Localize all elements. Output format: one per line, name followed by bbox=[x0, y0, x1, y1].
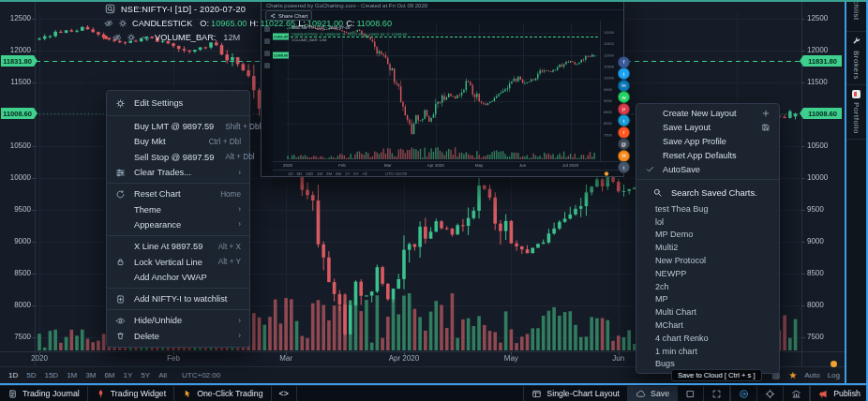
favorite-star-icon[interactable]: ★ bbox=[788, 371, 797, 380]
taskbar-trading-widget[interactable]: Trading Widget bbox=[88, 386, 174, 401]
menu-item-reset-chart[interactable]: Reset ChartHome bbox=[107, 186, 249, 201]
saved-chart-multi2[interactable]: Multi2 bbox=[636, 241, 779, 254]
popup-tool-icon[interactable] bbox=[264, 63, 270, 68]
timezone-button[interactable]: UTC+02:00 bbox=[182, 371, 220, 379]
volume-wave-icon bbox=[141, 33, 150, 42]
layout-item-create-new-layout[interactable]: Create New Layout bbox=[636, 107, 779, 121]
menu-item-lock-vertical-line[interactable]: Lock Vertical LineAlt + Y bbox=[107, 254, 249, 269]
menu-item-shortcut: Alt + Dbl bbox=[225, 153, 254, 161]
search-saved-charts-input[interactable]: Search Saved Charts. bbox=[636, 183, 779, 202]
menu-separator bbox=[107, 183, 249, 184]
menu-item-delete[interactable]: Delete› bbox=[107, 329, 249, 344]
doc-icon bbox=[7, 389, 18, 399]
taskbar-expand-button[interactable] bbox=[703, 386, 729, 401]
saved-chart-4-chart-renko[interactable]: 4 chart Renko bbox=[636, 332, 779, 345]
hide-volume-icon[interactable] bbox=[112, 33, 122, 42]
taskbar-square-button[interactable] bbox=[677, 386, 703, 401]
share-email-icon[interactable]: @ bbox=[618, 138, 630, 150]
range-3m[interactable]: 3M bbox=[85, 371, 96, 379]
menu-item-edit-settings[interactable]: Edit Settings bbox=[107, 94, 249, 112]
menu-item-shortcut: Alt + X bbox=[218, 243, 241, 251]
menu-item-add-anchor-vwap[interactable]: Add Anchor VWAP bbox=[107, 270, 249, 285]
share-facebook-icon[interactable]: f bbox=[618, 56, 630, 68]
saved-chart-mp[interactable]: MP bbox=[636, 293, 779, 306]
layout-item-reset-app-defaults[interactable]: Reset App Defaults bbox=[636, 148, 779, 162]
taskbar-target-button[interactable] bbox=[756, 386, 783, 401]
share-pinterest-icon[interactable]: p bbox=[618, 103, 630, 115]
taskbar-label: Save bbox=[651, 389, 669, 398]
range-all[interactable]: All bbox=[158, 371, 167, 379]
taskbar-save[interactable]: Save bbox=[627, 386, 677, 401]
range-1m[interactable]: 1M bbox=[67, 371, 77, 379]
saved-chart-label: MP Demo bbox=[655, 230, 771, 239]
taskbar-label: <> bbox=[279, 389, 289, 398]
range-5d[interactable]: 5D bbox=[26, 371, 36, 379]
share-tumblr-icon[interactable]: t bbox=[618, 161, 630, 173]
saved-chart-1-min-chart[interactable]: 1 min chart bbox=[636, 345, 779, 358]
saved-chart-new-protocol[interactable]: New Protocol bbox=[636, 254, 779, 267]
taskbar-label: Trading Widget bbox=[111, 389, 166, 398]
layout-item-label: Save App Profile bbox=[663, 137, 771, 146]
range-15d[interactable]: 15D bbox=[44, 371, 58, 379]
taskbar-right: Single-Chart LayoutSavePublish bbox=[523, 386, 868, 401]
menu-item-clear-trades[interactable]: Clear Trades...› bbox=[107, 165, 249, 180]
layout-item-save-layout[interactable]: Save Layout bbox=[636, 121, 779, 135]
tune-icon bbox=[115, 168, 126, 178]
menu-item-label: Buy LMT @ 9897.59 bbox=[134, 122, 214, 131]
taskbar-camera-button[interactable] bbox=[730, 386, 756, 401]
sidebar-tab-portfolio[interactable]: Portfolio bbox=[846, 85, 866, 140]
taskbar-[interactable]: <> bbox=[272, 386, 297, 401]
saved-chart-mchart[interactable]: MChart bbox=[636, 319, 779, 332]
menu-item-appearance[interactable]: Appearance› bbox=[107, 217, 249, 232]
menu-item-label: Hide/Unhide bbox=[134, 316, 227, 325]
menu-item-sell-stop-9897-59[interactable]: Sell Stop @ 9897.59Alt + Dbl bbox=[107, 150, 249, 165]
taskbar-publish[interactable]: Publish bbox=[810, 386, 868, 401]
range-1d[interactable]: 1D bbox=[8, 371, 18, 379]
study-settings-icon[interactable] bbox=[118, 19, 127, 28]
share-whatsapp-icon[interactable]: w bbox=[618, 91, 630, 103]
saved-chart-2ch[interactable]: 2ch bbox=[636, 280, 779, 293]
taskbar-single-chart-layout[interactable]: Single-Chart Layout bbox=[523, 386, 627, 401]
taskbar-bank-button[interactable] bbox=[783, 386, 809, 401]
range-1y[interactable]: 1Y bbox=[124, 371, 133, 379]
range-6m[interactable]: 6M bbox=[104, 371, 114, 379]
auto-scale-toggle[interactable]: Auto bbox=[804, 371, 819, 379]
sidebar-tab-brokers[interactable]: Brokers bbox=[846, 32, 866, 85]
range-5y[interactable]: 5Y bbox=[141, 371, 150, 379]
menu-item-label: Buy Mkt bbox=[134, 137, 198, 146]
taskbar-one-click-trading[interactable]: One-Click Trading bbox=[174, 386, 271, 401]
ohlc-values: O:10965.00H:11022.65L:10921.00C:11008.60 bbox=[197, 19, 392, 28]
saved-chart-test-thea-bug[interactable]: test Thea Bug bbox=[636, 202, 779, 215]
layout-item-label: AutoSave bbox=[663, 165, 771, 174]
menu-item-buy-lmt-9897-59[interactable]: Buy LMT @ 9897.59Shift + Dbl bbox=[107, 119, 249, 134]
layout-item-autosave[interactable]: AutoSave bbox=[636, 162, 779, 176]
share-hackernews-icon[interactable]: H bbox=[618, 150, 630, 162]
saved-chart-multi-chart[interactable]: Multi Chart bbox=[636, 305, 779, 319]
share-telegram-icon[interactable]: t bbox=[618, 114, 630, 126]
saved-chart-lol[interactable]: lol bbox=[636, 215, 779, 229]
menu-item-x-line-at-9897-59[interactable]: X Line At 9897.59Alt + X bbox=[107, 239, 249, 254]
layout-item-save-app-profile[interactable]: Save App Profile bbox=[636, 135, 779, 149]
symbol-search-icon[interactable] bbox=[104, 3, 116, 15]
saved-chart-label: Multi Chart bbox=[655, 307, 771, 317]
layout-item-label: Save Layout bbox=[663, 123, 761, 132]
taskbar-label: Single-Chart Layout bbox=[546, 389, 620, 398]
menu-item-add-nifty-i-to-watchlist[interactable]: Add NIFTY-I to watchlist bbox=[107, 291, 249, 306]
popup-tool-icon[interactable] bbox=[264, 51, 270, 56]
plus-icon bbox=[761, 109, 771, 118]
log-scale-toggle[interactable]: Log bbox=[828, 371, 840, 379]
menu-item-hide-unhide[interactable]: Hide/Unhide› bbox=[107, 313, 249, 328]
taskbar-trading-journal[interactable]: Trading Journal bbox=[0, 386, 88, 401]
hide-study-icon[interactable] bbox=[104, 19, 113, 28]
menu-item-label: Delete bbox=[134, 332, 227, 341]
volume-settings-icon[interactable] bbox=[127, 33, 136, 42]
share-twitter-icon[interactable]: t bbox=[618, 67, 630, 80]
saved-chart-mp-demo[interactable]: MP Demo bbox=[636, 229, 779, 242]
sidebar-tab-watchlist[interactable]: Watchlist bbox=[846, 2, 866, 32]
saved-chart-newpp[interactable]: NEWPP bbox=[636, 267, 779, 280]
share-reddit-icon[interactable]: r bbox=[618, 126, 630, 139]
menu-item-theme[interactable]: Theme› bbox=[107, 201, 249, 216]
lock-icon bbox=[115, 257, 126, 267]
share-linkedin-icon[interactable]: in bbox=[618, 80, 630, 92]
menu-item-buy-mkt[interactable]: Buy MktCtrl + Dbl bbox=[107, 134, 249, 149]
